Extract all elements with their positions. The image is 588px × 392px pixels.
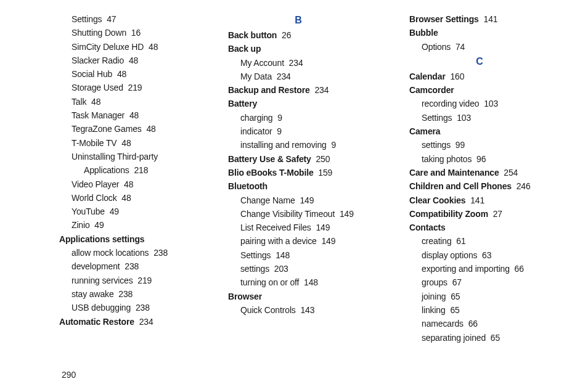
index-entry-label: Browser Settings — [409, 14, 479, 24]
index-entry-label: creating — [422, 236, 452, 246]
index-entry: Battery Use & Safety 250 — [212, 152, 385, 166]
index-entry-label: Camcorder — [409, 85, 454, 95]
index-entry-label: indicator — [240, 126, 272, 136]
index-entry-label: Social Hub — [71, 69, 112, 79]
index-entry: My Account 234 — [212, 56, 385, 70]
index-entry: Settings 148 — [212, 248, 385, 262]
index-entry-label: Care and Maintenance — [409, 168, 499, 178]
index-entry-label: turning on or off — [240, 277, 299, 287]
index-entry-page: 203 — [272, 264, 288, 274]
index-entry: allow mock locations 238 — [43, 246, 203, 259]
index-entry-page: 48 — [121, 179, 133, 189]
index-entry-label: taking photos — [422, 154, 472, 164]
index-entry-page: 63 — [480, 250, 491, 260]
index-entry-label: Battery Use & Safety — [228, 154, 311, 164]
index-entry-page: 48 — [115, 69, 126, 79]
index-entry-label: charging — [240, 113, 273, 123]
index-entry-label: World Clock — [71, 193, 117, 203]
index-entry: development 238 — [43, 259, 203, 273]
index-entry-label: My Account — [240, 58, 284, 68]
index-entry-label: linking — [422, 305, 446, 315]
index-entry: Quick Controls 143 — [212, 303, 385, 317]
index-entry: Back button 26 — [212, 28, 385, 42]
index-entry: pairing with a device 149 — [212, 234, 385, 248]
index-entry-page: 48 — [120, 138, 131, 148]
index-entry: display options 63 — [393, 248, 566, 262]
index-entry-label: pairing with a device — [240, 236, 317, 246]
index-entry-page: 238 — [123, 261, 139, 271]
index-entry: TegraZone Games 48 — [43, 122, 203, 136]
index-entry-label: Children and Cell Phones — [409, 181, 512, 191]
index-entry-label: Storage Used — [71, 83, 123, 92]
index-entry-label: Backup and Restore — [228, 85, 310, 95]
index-entry-label: recording video — [422, 99, 479, 108]
index-entry: Change Name 149 — [212, 194, 385, 207]
index-entry-page: 48 — [144, 124, 156, 134]
index-entry: YouTube 49 — [43, 205, 203, 218]
index-entry-label: Uninstalling Third-party — [71, 152, 158, 161]
index-entry-page: 219 — [136, 276, 152, 285]
index-entry-page: 48 — [120, 193, 131, 203]
index-entry: Options 74 — [393, 40, 566, 54]
index-column-3: Browser Settings 141BubbleOptions 74CCal… — [393, 12, 566, 345]
index-entry: Calendar 160 — [393, 70, 566, 83]
index-entry: settings 99 — [393, 138, 566, 152]
index-entry-label: Shutting Down — [71, 28, 126, 38]
index-entry-page: 48 — [89, 97, 100, 107]
index-entry-page: 143 — [298, 305, 315, 315]
index-entry-label: Blio eBooks T-Mobile — [228, 168, 314, 178]
index-entry-label: Automatic Restore — [59, 317, 134, 327]
index-entry-label: Quick Controls — [240, 305, 296, 315]
index-entry-page: 141 — [468, 195, 484, 205]
index-entry-label: namecards — [422, 319, 463, 329]
index-entry: Shutting Down 16 — [43, 26, 203, 39]
index-entry: groups 67 — [393, 276, 566, 289]
index-entry: separating joined 65 — [393, 331, 566, 345]
index-entry: Social Hub 48 — [43, 67, 203, 81]
index-entry-label: settings — [240, 264, 269, 274]
index-entry-label: USB debugging — [71, 303, 131, 312]
index-entry-label: TegraZone Games — [71, 124, 142, 134]
index-entry: Zinio 49 — [43, 218, 203, 232]
index-entry-label: running services — [71, 276, 133, 285]
index-entry-label: Compatibility Zoom — [409, 209, 488, 219]
index-entry-page: 141 — [481, 14, 498, 24]
index-entry: SimCity Deluxe HD 48 — [43, 40, 203, 54]
index-entry-page: 149 — [319, 236, 336, 246]
index-entry: installing and removing 9 — [212, 138, 385, 152]
index-entry-label: Video Player — [71, 179, 119, 189]
index-entry-page: 96 — [474, 154, 486, 164]
index-entry-page: 48 — [146, 42, 158, 52]
index-columns: Settings 47Shutting Down 16SimCity Delux… — [43, 12, 563, 345]
index-entry: namecards 66 — [393, 317, 566, 330]
index-entry-label: installing and removing — [240, 140, 327, 150]
index-entry: charging 9 — [212, 111, 385, 125]
index-entry-page: 66 — [466, 319, 478, 329]
index-entry-label: Task Manager — [71, 110, 125, 120]
index-entry-page: 149 — [337, 209, 354, 219]
index-entry-label: Bluetooth — [228, 181, 267, 191]
index-entry-label: Settings — [422, 113, 452, 123]
section-header: B — [212, 14, 385, 27]
index-entry-page: 149 — [314, 223, 330, 232]
index-column-1: Settings 47Shutting Down 16SimCity Delux… — [43, 12, 203, 345]
section-header: C — [393, 55, 566, 68]
index-entry: Camera — [393, 125, 566, 138]
index-entry-label: Clear Cookies — [409, 195, 465, 205]
index-entry-label: joining — [422, 292, 446, 301]
index-entry-label: stay awake — [71, 289, 114, 299]
index-entry-page: 67 — [450, 277, 462, 287]
index-entry-label: Options — [422, 42, 451, 52]
index-entry-label: exporting and importing — [422, 264, 510, 274]
index-entry-page: 65 — [448, 292, 460, 301]
index-entry-page: 148 — [301, 277, 318, 287]
index-entry-label: Applications — [84, 165, 129, 175]
index-entry: Applications settings — [43, 232, 203, 246]
index-entry: stay awake 238 — [43, 287, 203, 301]
index-column-2: BBack button 26Back upMy Account 234My D… — [212, 12, 385, 345]
index-page: Settings 47Shutting Down 16SimCity Delux… — [0, 0, 588, 392]
index-entry-label: Settings — [240, 250, 271, 260]
index-entry: Settings 103 — [393, 111, 566, 125]
index-entry: Storage Used 219 — [43, 81, 203, 94]
index-entry-label: groups — [422, 277, 447, 287]
